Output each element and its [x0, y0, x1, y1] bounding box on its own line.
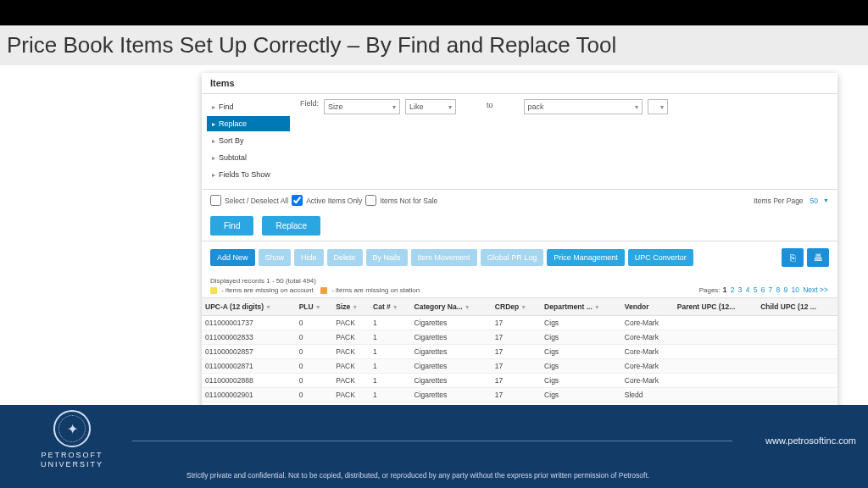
col-vendor: Vendor [621, 298, 674, 316]
table-row[interactable]: 0110000028330PACK1Cigarettes17CigsCore-M… [202, 330, 837, 345]
cell-dept: Cigs [541, 359, 621, 374]
side-fields[interactable]: Fields To Show [207, 167, 290, 182]
cell-plu: 0 [296, 388, 333, 402]
col-plu: PLU▼ [296, 298, 333, 316]
page-link[interactable]: 2 [731, 286, 735, 294]
table-row[interactable]: 0110000028570PACK1Cigarettes17CigsCore-M… [202, 345, 837, 359]
chevron-down-icon[interactable]: ▼ [823, 197, 829, 203]
page-link[interactable]: 6 [761, 286, 765, 294]
cell-parent [674, 359, 757, 374]
table-row[interactable]: 0110000028710PACK1Cigarettes17CigsCore-M… [202, 359, 837, 374]
cell-dept: Cigs [541, 316, 621, 330]
page-link[interactable]: 1 [723, 286, 727, 294]
ipp-label: Items Per Page [754, 197, 804, 205]
title-bar: Price Book Items Set Up Correctly – By F… [0, 25, 868, 65]
cell-vendor: Core-Mark [621, 359, 674, 374]
active-only-checkbox[interactable] [292, 195, 303, 206]
value-select[interactable]: pack [524, 99, 643, 114]
cell-dept: Cigs [541, 330, 621, 345]
price-mgmt-button[interactable]: Price Management [547, 249, 625, 266]
cell-child [757, 345, 837, 359]
footer-url: www.petrosoftinc.com [765, 435, 856, 446]
side-find[interactable]: Find [207, 99, 290, 114]
filter-icon[interactable]: ▼ [594, 304, 600, 310]
col-child: Child UPC (12 ... [757, 298, 837, 316]
page-link[interactable]: 8 [776, 286, 781, 294]
table-row[interactable]: 0110000029010PACK1Cigarettes17CigsSledd [202, 388, 837, 402]
cell-crdep: 17 [492, 359, 541, 374]
cell-upc: 011000002833 [202, 330, 296, 345]
upc-convertor-button[interactable]: UPC Convertor [628, 249, 693, 266]
table-row[interactable]: 0110000017370PACK1Cigarettes17CigsCore-M… [202, 316, 837, 330]
filter-icon[interactable]: ▼ [520, 304, 526, 310]
cell-size: PACK [332, 316, 370, 330]
side-replace[interactable]: Replace [207, 116, 290, 131]
cell-vendor: Core-Mark [621, 374, 674, 388]
delete-button[interactable]: Delete [327, 249, 363, 266]
side-subtotal[interactable]: Subtotal [207, 150, 290, 165]
footer: PETROSOFT UNIVERSITY www.petrosoftinc.co… [0, 405, 868, 488]
cell-crdep: 17 [492, 345, 541, 359]
cell-vendor: Core-Mark [621, 345, 674, 359]
page-next[interactable]: Next >> [803, 286, 828, 294]
footer-divider [132, 441, 732, 441]
hide-button[interactable]: Hide [294, 249, 324, 266]
button-row: Find Replace [202, 211, 837, 241]
cell-size: PACK [332, 388, 370, 402]
page-title: Price Book Items Set Up Correctly – By F… [7, 32, 861, 58]
cell-dept: Cigs [541, 388, 621, 402]
not-for-sale-checkbox[interactable] [365, 195, 376, 206]
operator-select[interactable]: Like [405, 99, 456, 114]
item-movement-button[interactable]: Item Movement [411, 249, 477, 266]
value2-select[interactable] [648, 99, 668, 114]
export-icon[interactable]: ⎘ [782, 248, 804, 267]
cell-child [757, 359, 837, 374]
cell-cat: 1 [370, 359, 411, 374]
table-row[interactable]: 0110000028880PACK1Cigarettes17CigsCore-M… [202, 374, 837, 388]
cell-dept: Cigs [541, 345, 621, 359]
col-catname: Category Na...▼ [411, 298, 492, 316]
filter-icon[interactable]: ▼ [315, 304, 321, 310]
cell-parent [674, 330, 757, 345]
top-black-bar [0, 0, 868, 25]
ipp-value[interactable]: 50 [810, 197, 818, 205]
cell-parent [674, 316, 757, 330]
show-button[interactable]: Show [259, 249, 292, 266]
filter-icon[interactable]: ▼ [352, 304, 358, 310]
side-sortby[interactable]: Sort By [207, 133, 290, 148]
cell-size: PACK [332, 330, 370, 345]
filter-icon[interactable]: ▼ [392, 304, 398, 310]
col-cat: Cat #▼ [370, 298, 411, 316]
select-all-checkbox[interactable] [210, 195, 221, 206]
filter-icon[interactable]: ▼ [465, 304, 470, 310]
field-select[interactable]: Size [324, 99, 400, 114]
pages-label: Pages: [699, 286, 721, 294]
find-button[interactable]: Find [210, 216, 253, 236]
print-icon[interactable]: 🖶 [807, 248, 829, 267]
cell-catname: Cigarettes [411, 316, 492, 330]
cell-cat: 1 [370, 374, 411, 388]
brand-line1: PETROSOFT [41, 451, 103, 460]
page-link[interactable]: 5 [754, 286, 758, 294]
cell-upc: 011000001737 [202, 316, 296, 330]
filter-icon[interactable]: ▼ [265, 304, 271, 310]
legend-dot-yellow [210, 287, 217, 294]
cell-plu: 0 [296, 374, 333, 388]
replace-button[interactable]: Replace [262, 216, 320, 236]
page-link[interactable]: 9 [784, 286, 788, 294]
cell-size: PACK [332, 345, 370, 359]
cell-parent [674, 374, 757, 388]
cell-crdep: 17 [492, 330, 541, 345]
cell-upc: 011000002871 [202, 359, 296, 374]
page-link[interactable]: 7 [769, 286, 773, 294]
select-all-label: Select / Deselect All [225, 197, 288, 205]
page-link[interactable]: 4 [746, 286, 750, 294]
global-prlog-button[interactable]: Global PR Log [481, 249, 544, 266]
bynails-button[interactable]: By Nails [366, 249, 408, 266]
page-link[interactable]: 10 [792, 286, 799, 294]
add-new-button[interactable]: Add New [210, 249, 255, 266]
col-parent: Parent UPC (12... [674, 298, 757, 316]
page-link[interactable]: 3 [738, 286, 743, 294]
cell-plu: 0 [296, 330, 333, 345]
displayed-records: Displayed records 1 - 50 (total 494) [210, 277, 420, 285]
